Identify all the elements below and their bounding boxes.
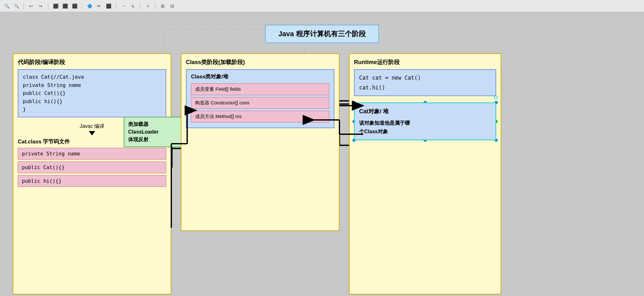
stage-class-title: Class类阶段(加载阶段) — [186, 58, 334, 66]
cat-object-title: Cat对象/ 堆 — [359, 107, 491, 116]
class-object-title: Class类对象/堆 — [191, 73, 329, 80]
cat-object-desc: 该对象知道他是属于哪个Class对象 — [359, 119, 491, 136]
bytecode-item-3: public hi(){} — [18, 175, 166, 187]
classloader-text: 类加载器 ClassLoader 体现反射 — [128, 122, 159, 142]
drawing-canvas[interactable]: Java 程序计算机有三个阶段 代码阶段/编译阶段 class Cat{//Ca… — [0, 12, 644, 296]
border-icon[interactable]: ⬛ — [105, 3, 112, 10]
separator-3 — [82, 3, 82, 9]
connector-icon[interactable]: ↳ — [129, 3, 136, 10]
paste-icon[interactable]: ⬛ — [71, 3, 78, 10]
diagram-title: Java 程序计算机有三个阶段 — [265, 25, 379, 43]
arrow-icon[interactable]: → — [120, 3, 127, 10]
grid-icon[interactable]: ⊟ — [169, 3, 176, 10]
undo-icon[interactable]: ↩ — [28, 3, 35, 10]
arrow-down-icon — [89, 131, 95, 135]
runtime-code-text: Cat cat = new Cat() cat.hi() — [359, 73, 491, 92]
shape-icon[interactable]: 🔷 — [86, 3, 93, 10]
runtime-code-box: Cat cat = new Cat() cat.hi() — [354, 69, 496, 96]
source-code-text: class Cat{//Cat.java private String name… — [23, 73, 161, 114]
separator-5 — [140, 3, 141, 9]
zoom-out-icon[interactable]: 🔍 — [3, 3, 10, 10]
class-field-2: 构造器 Constructor[] cons — [191, 97, 329, 109]
stage-runtime-title: Runtime运行阶段 — [354, 58, 496, 66]
stage-runtime-box: Runtime运行阶段 Cat cat = new Cat() cat.hi()… — [349, 53, 501, 294]
copy-icon[interactable]: ⬛ — [62, 3, 69, 10]
cat-object-wrapper[interactable]: Cat对象/ 堆 该对象知道他是属于哪个Class对象 — [354, 102, 496, 140]
bytecode-item-2: public Cat(){} — [18, 161, 166, 173]
separator-1 — [23, 3, 24, 9]
stage-code-title: 代码阶段/编译阶段 — [18, 58, 166, 66]
separator-2 — [48, 3, 48, 9]
classloader-box: 类加载器 ClassLoader 体现反射 — [124, 117, 184, 147]
table-icon[interactable]: ⊞ — [159, 3, 166, 10]
stop-icon[interactable]: ⬛ — [52, 3, 59, 10]
zoom-in-icon[interactable]: 🔍 — [13, 3, 20, 10]
redo-icon[interactable]: ↪ — [37, 3, 44, 10]
pencil-icon[interactable]: ✏ — [95, 3, 102, 10]
bytecode-item-1: private String name — [18, 148, 166, 160]
class-field-3: 成员方法 Method[] ms — [191, 111, 329, 122]
cat-object-box: Cat对象/ 堆 该对象知道他是属于哪个Class对象 — [354, 102, 496, 140]
class-field-1: 成员变量 Field[] fields — [191, 83, 329, 95]
rotation-handle[interactable] — [494, 95, 498, 99]
add-icon[interactable]: + — [144, 3, 151, 10]
stage-class-box: Class类阶段(加载阶段) Class类对象/堆 成员变量 Field[] f… — [181, 53, 339, 231]
class-object-box: Class类对象/堆 成员变量 Field[] fields 构造器 Const… — [186, 69, 334, 128]
source-code-box: class Cat{//Cat.java private String name… — [18, 69, 166, 117]
toolbar: 🔍 🔍 ↩ ↪ ⬛ ⬛ ⬛ 🔷 ✏ ⬛ → ↳ + ⊞ ⊟ — [0, 0, 644, 12]
stage-code-box: 代码阶段/编译阶段 class Cat{//Cat.java private S… — [13, 53, 171, 294]
separator-4 — [116, 3, 116, 9]
separator-6 — [155, 3, 155, 9]
